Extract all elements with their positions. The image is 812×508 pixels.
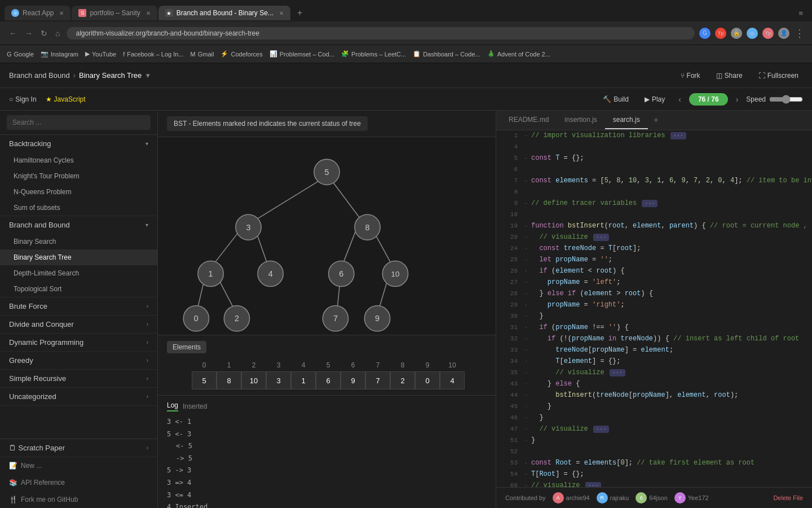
build-button[interactable]: 🔨 Build	[597, 93, 634, 106]
extension-icon-1[interactable]: G	[699, 28, 710, 39]
code-line-18: 18	[496, 209, 812, 221]
breadcrumb-dropdown[interactable]: ▾	[146, 71, 150, 80]
sidebar-item-sum-subsets[interactable]: Sum of subsets	[0, 200, 157, 216]
tab-close[interactable]: ✕	[59, 10, 64, 16]
reload-button[interactable]: ↻	[38, 28, 50, 39]
code-line-60: 60 - // visualize ···	[496, 480, 812, 487]
tab-close[interactable]: ✕	[279, 10, 284, 16]
sidebar-group-header-backtracking[interactable]: Backtracking ▾	[0, 135, 157, 152]
extension-icon-4[interactable]: ◎	[747, 28, 758, 39]
log-tab[interactable]: Log	[167, 401, 178, 411]
speed-slider[interactable]	[769, 95, 803, 104]
speed-control: Speed	[746, 95, 803, 104]
play-button[interactable]: ▶ Play	[639, 93, 670, 106]
extension-icon-3[interactable]: 🔒	[731, 28, 742, 39]
bookmark-problemset[interactable]: 📊Problemset – Cod...	[270, 50, 334, 58]
code-line-54: 54 - T[Root] = {};	[496, 469, 812, 480]
sidebar-group-header-uncategorized[interactable]: Uncategorized ›	[0, 388, 157, 405]
bookmark-leetcode[interactable]: 🧩Problems – LeetC...	[341, 50, 406, 58]
sidebar-item-binary-search-tree[interactable]: Binary Search Tree	[0, 249, 157, 265]
breadcrumb-root[interactable]: Branch and Bound	[9, 71, 70, 80]
sidebar-github[interactable]: 🍴 Fork me on GitHub	[0, 491, 157, 508]
code-line-31: 31 · if (propName !== '') {	[496, 322, 812, 334]
extension-icon-5[interactable]: Tp	[762, 28, 774, 39]
share-button[interactable]: ◫ Share	[712, 69, 747, 82]
sidebar-api-ref[interactable]: 📚 API Reference	[0, 474, 157, 491]
tab-label: portfolio – Sanity	[90, 9, 140, 17]
tab-react-app[interactable]: ⚛ React App ✕	[5, 6, 70, 20]
new-tab-button[interactable]: +	[292, 5, 308, 21]
sidebar-group-header-brute-force[interactable]: Brute Force ›	[0, 297, 157, 315]
bookmark-gmail[interactable]: MGmail	[191, 51, 214, 58]
search-input[interactable]	[7, 115, 151, 130]
extension-icon-2[interactable]: Tp	[715, 28, 726, 39]
contributor-64json[interactable]: 6 64json	[636, 492, 667, 503]
fullscreen-button[interactable]: ⛶ Fullscreen	[754, 69, 803, 82]
tab-algo[interactable]: ★ Branch and Bound - Binary Se... ✕	[158, 6, 290, 20]
browser-actions: G Tp 🔒 ◎ Tp 👤 ⋮	[699, 28, 805, 39]
sidebar-group-header-dynamic-prog[interactable]: Dynamic Programming ›	[0, 334, 157, 351]
code-line-24: 24 · const treeNode = T[root];	[496, 243, 812, 255]
elements-index-row: 0 1 2 3 4 5 6 7 8 9 10	[167, 361, 487, 369]
tab-list-button[interactable]: ≡	[794, 9, 807, 17]
sidebar-item-nqueens[interactable]: N-Queens Problem	[0, 184, 157, 200]
sidebar-item-knights[interactable]: Knight's Tour Problem	[0, 168, 157, 184]
sidebar-group-header-divide-conquer[interactable]: Divide and Conquer ›	[0, 316, 157, 333]
sidebar-item-hamiltonean[interactable]: Hamiltonean Cycles	[0, 152, 157, 168]
app-toolbar-2: ○ Sign In ★ JavaScript 🔨 Build ▶ Play ‹ …	[0, 88, 812, 111]
tab-close[interactable]: ✕	[146, 10, 151, 16]
code-line-52: 52	[496, 446, 812, 458]
share-icon: ◫	[716, 72, 722, 80]
language-selector[interactable]: ★ JavaScript	[46, 95, 86, 103]
contributor-rajraku[interactable]: R rajraku	[597, 492, 629, 503]
profile-button[interactable]: 👤	[778, 28, 789, 39]
delete-file-button[interactable]: Delete File	[773, 494, 803, 501]
contributor-yee172[interactable]: Y Yee172	[674, 492, 709, 503]
forward-button[interactable]: →	[23, 28, 35, 39]
home-button[interactable]: ⌂	[53, 28, 62, 39]
prev-button[interactable]: ‹	[675, 93, 685, 106]
svg-text:1: 1	[209, 269, 213, 278]
bookmark-dashboard[interactable]: 📋Dashboard – Code...	[413, 50, 480, 58]
fork-button[interactable]: ⑂ Fork	[676, 69, 705, 82]
sidebar-group-header-branch-bound[interactable]: Branch and Bound ▾	[0, 216, 157, 234]
tab-portfolio[interactable]: S portfolio – Sanity ✕	[72, 6, 157, 20]
back-button[interactable]: ←	[7, 28, 19, 39]
code-line-30: 30 · }	[496, 311, 812, 322]
bookmark-facebook[interactable]: fFacebook – Log In...	[123, 51, 183, 58]
sidebar-group-backtracking: Backtracking ▾ Hamiltonean Cycles Knight…	[0, 135, 157, 216]
chevron-right-icon: ›	[147, 303, 148, 309]
url-input[interactable]	[67, 27, 695, 40]
sidebar-new-button[interactable]: 📝 New ...	[0, 457, 157, 474]
sidebar-content: Backtracking ▾ Hamiltonean Cycles Knight…	[0, 135, 157, 439]
tab-search[interactable]: search.js	[605, 111, 648, 129]
log-entry-1: 3 <- 1	[167, 416, 487, 428]
code-content[interactable]: 1 - // import visualization libraries ··…	[496, 130, 812, 487]
chevron-right-icon: ›	[147, 357, 148, 364]
sign-in-button[interactable]: ○ Sign In	[9, 95, 37, 103]
menu-button[interactable]: ⋮	[794, 28, 805, 39]
sidebar-item-topological[interactable]: Topological Sort	[0, 281, 157, 297]
sidebar-item-binary-search[interactable]: Binary Search	[0, 234, 157, 249]
bookmark-youtube[interactable]: ▶YouTube	[85, 50, 116, 58]
sidebar-group-header-simple-recursive[interactable]: Simple Recursive ›	[0, 370, 157, 387]
next-button[interactable]: ›	[732, 93, 742, 106]
bookmark-instagram[interactable]: 📷Instagram	[41, 50, 78, 58]
star-icon: ★	[46, 95, 52, 103]
add-tab-button[interactable]: +	[648, 111, 664, 130]
contributor-archie94[interactable]: A archie94	[553, 492, 590, 503]
tab-readme[interactable]: README.md	[501, 111, 557, 129]
sidebar-group-scratch: 🗒 Scratch Paper ›	[0, 439, 157, 457]
tab-insertion[interactable]: insertion.js	[557, 111, 604, 129]
bookmark-google[interactable]: GGoogle	[7, 51, 34, 58]
fullscreen-icon: ⛶	[758, 72, 765, 80]
fork-icon: ⑂	[681, 72, 685, 80]
sidebar-group-header-greedy[interactable]: Greedy ›	[0, 352, 157, 369]
svg-text:6: 6	[339, 269, 343, 278]
bookmark-advent[interactable]: 🎄Advent of Code 2...	[487, 50, 550, 58]
toolbar-right: ⑂ Fork ◫ Share ⛶ Fullscreen	[676, 69, 803, 82]
sidebar-item-depth-limited[interactable]: Depth-Limited Search	[0, 265, 157, 281]
bookmark-codeforces[interactable]: ⚡Codeforces	[220, 50, 262, 58]
sidebar-group-header-scratch[interactable]: 🗒 Scratch Paper ›	[0, 439, 157, 457]
chevron-right-icon: ›	[147, 375, 148, 382]
